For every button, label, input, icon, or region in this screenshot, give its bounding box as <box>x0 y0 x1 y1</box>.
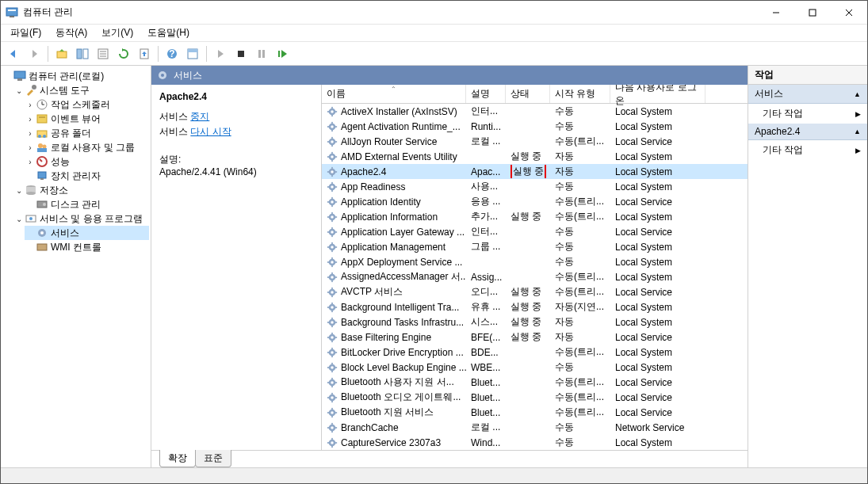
list-item[interactable]: Apache2.4Apac...실행 중자동Local System <box>322 164 748 179</box>
svg-rect-136 <box>335 307 338 308</box>
description-label: 설명: <box>159 153 313 166</box>
tree-task-scheduler[interactable]: ›작업 스케줄러 <box>25 97 149 112</box>
disk-icon <box>36 198 48 211</box>
tree-services[interactable]: 서비스 <box>25 226 149 240</box>
list-item[interactable]: Application Identity응용 ...수동(트리...Local … <box>322 194 748 209</box>
actions-more-services[interactable]: 기타 작업▶ <box>748 104 867 124</box>
list-item[interactable]: Background Tasks Infrastru...시스...실행 중자동… <box>322 314 748 330</box>
column-status[interactable]: 상태 <box>506 85 550 103</box>
forward-button[interactable] <box>25 44 44 63</box>
tree-event-viewer[interactable]: ›이벤트 뷰어 <box>25 112 149 126</box>
tree-disk-management[interactable]: 디스크 관리 <box>25 197 149 212</box>
tree-local-users-groups[interactable]: ›로컬 사용자 및 그룹 <box>25 140 149 154</box>
close-button[interactable] <box>831 1 867 25</box>
svg-rect-172 <box>335 397 338 398</box>
actions-section-selected[interactable]: Apache2.4▲ <box>748 124 867 140</box>
device-icon <box>36 170 48 182</box>
list-item[interactable]: Bluetooth 오디오 게이트웨...Bluet...수동(트리...Loc… <box>322 390 748 405</box>
expand-icon[interactable]: › <box>25 158 36 166</box>
svg-rect-94 <box>335 201 338 203</box>
list-item[interactable]: BranchCache로컬 ...수동Network Service <box>322 420 748 435</box>
menu-file[interactable]: 파일(F) <box>4 25 48 41</box>
collapse-icon[interactable]: ⌄ <box>13 86 25 95</box>
column-logon-as[interactable]: 다음 사용자로 로그온 <box>610 85 705 103</box>
list-item[interactable]: Block Level Backup Engine ...WBE...수동Loc… <box>322 360 748 375</box>
list-item[interactable]: AppX Deployment Service ...수동Local Syste… <box>322 254 748 269</box>
stop-service-button[interactable] <box>231 44 250 63</box>
list-item[interactable]: Application Management그룹 ...수동Local Syst… <box>322 239 748 254</box>
svg-rect-135 <box>327 307 330 308</box>
svg-rect-134 <box>331 310 333 312</box>
restart-service-button[interactable] <box>273 44 292 63</box>
tree-root[interactable]: 컴퓨터 관리(로컬) <box>2 69 149 83</box>
svg-rect-103 <box>331 227 333 229</box>
properties-button[interactable] <box>94 44 113 63</box>
pause-service-button[interactable] <box>252 44 271 63</box>
list-item[interactable]: Application Information추가...실행 중수동(트리...… <box>322 209 748 224</box>
list-item[interactable]: AssignedAccessManager 서...Assig...수동(트리.… <box>322 269 748 284</box>
actions-section-services[interactable]: 서비스▲ <box>748 85 867 104</box>
tab-extended[interactable]: 확장 <box>159 450 196 467</box>
start-service-button[interactable] <box>211 44 230 63</box>
maximize-button[interactable] <box>794 1 831 25</box>
menu-help[interactable]: 도움말(H) <box>141 25 196 41</box>
list-item[interactable]: BitLocker Drive Encryption ...BDE...수동(트… <box>322 345 748 360</box>
svg-rect-111 <box>327 246 330 248</box>
minimize-button[interactable] <box>758 1 794 25</box>
svg-rect-160 <box>335 367 338 368</box>
view-tabs: 확장 표준 <box>151 450 748 467</box>
list-item[interactable]: Agent Activation Runtime_...Runti...수동Lo… <box>322 119 748 134</box>
expand-icon[interactable]: › <box>25 143 36 152</box>
expand-icon[interactable]: › <box>25 129 36 138</box>
refresh-button[interactable] <box>114 44 133 63</box>
tree-system-tools[interactable]: ⌄ 시스템 도구 <box>13 83 149 97</box>
expand-icon[interactable]: › <box>25 115 36 124</box>
svg-rect-121 <box>331 272 333 274</box>
back-button[interactable] <box>4 44 23 63</box>
column-name[interactable]: 이름⌃ <box>322 85 466 103</box>
svg-rect-175 <box>331 407 333 410</box>
help-button[interactable]: ? <box>163 44 182 63</box>
svg-rect-117 <box>327 261 330 263</box>
svg-point-156 <box>331 366 334 369</box>
tree-wmi-control[interactable]: WMI 컨트롤 <box>25 240 149 254</box>
collapse-icon[interactable]: ⌄ <box>13 186 25 195</box>
tree-storage[interactable]: ⌄저장소 <box>13 183 149 197</box>
list-item[interactable]: AVCTP 서비스오디...실행 중수동(트리...Local Service <box>322 284 748 299</box>
tree-services-apps[interactable]: ⌄서비스 및 응용 프로그램 <box>13 212 149 226</box>
list-item[interactable]: AMD External Events Utility실행 중자동Local S… <box>322 149 748 164</box>
actions-more-selected[interactable]: 기타 작업▶ <box>748 140 867 160</box>
list-item[interactable]: AllJoyn Router Service로컬 ...수동(트리...Loca… <box>322 134 748 149</box>
list-item[interactable]: Base Filtering EngineBFE(...실행 중자동Local … <box>322 330 748 345</box>
export-list-button[interactable] <box>135 44 154 63</box>
menu-view[interactable]: 보기(V) <box>95 25 140 41</box>
up-button[interactable] <box>52 44 71 63</box>
collapse-icon[interactable]: ⌄ <box>13 215 25 223</box>
list-item[interactable]: Application Layer Gateway ...인터...수동Loca… <box>322 224 748 239</box>
svg-rect-188 <box>331 445 333 448</box>
column-description[interactable]: 설명 <box>466 85 506 103</box>
svg-rect-80 <box>331 174 333 177</box>
menu-action[interactable]: 동작(A) <box>49 25 94 41</box>
svg-point-25 <box>32 85 36 90</box>
show-hide-tree-button[interactable] <box>73 44 92 63</box>
svg-rect-146 <box>331 340 333 342</box>
list-item[interactable]: App Readiness사용...수동Local System <box>322 179 748 194</box>
clock-icon <box>36 98 48 111</box>
tree-performance[interactable]: ›성능 <box>25 154 149 169</box>
services-list-header: 서비스 <box>151 66 748 85</box>
view-button[interactable] <box>183 44 202 63</box>
tab-standard[interactable]: 표준 <box>195 450 231 467</box>
column-startup-type[interactable]: 시작 유형 <box>550 85 610 103</box>
list-item[interactable]: Bluetooth 사용자 지원 서...Bluet...수동(트리...Loc… <box>322 375 748 390</box>
list-item[interactable]: Bluetooth 지원 서비스Bluet...수동(트리...Local Se… <box>322 405 748 420</box>
tree-shared-folders[interactable]: ›공유 폴더 <box>25 126 149 140</box>
stop-service-link[interactable]: 중지 <box>190 111 209 122</box>
tree-device-manager[interactable]: 장치 관리자 <box>25 169 149 183</box>
svg-rect-24 <box>17 78 22 81</box>
list-body[interactable]: ActiveX Installer (AxInstSV)인터...수동Local… <box>322 104 748 450</box>
restart-service-link[interactable]: 다시 시작 <box>190 126 231 137</box>
list-item[interactable]: Background Intelligent Tra...유휴 ...실행 중자… <box>322 299 748 314</box>
expand-icon[interactable]: › <box>25 101 36 109</box>
list-item[interactable]: CaptureService 2307a3Wind...수동Local Syst… <box>322 435 748 450</box>
